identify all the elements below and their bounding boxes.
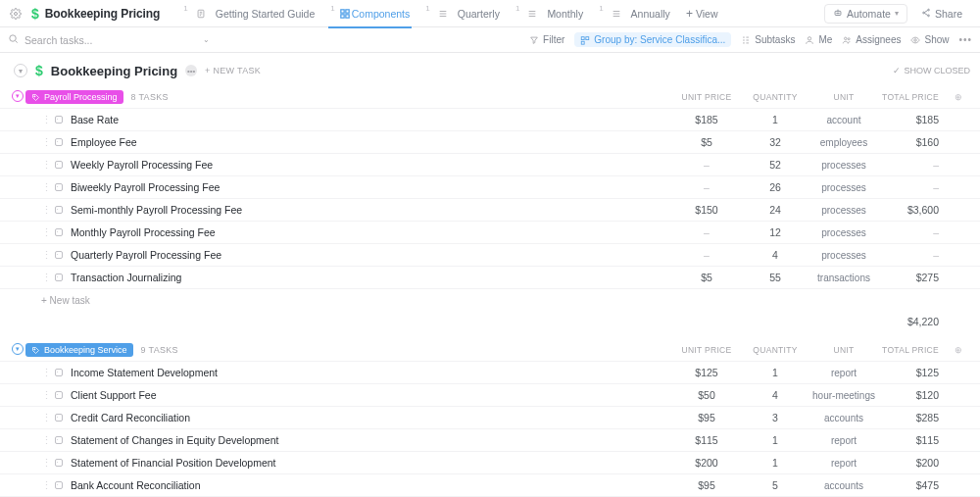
drag-handle-icon[interactable]: ⋮⋮ bbox=[41, 367, 49, 378]
cell-total-price[interactable]: $120 bbox=[878, 389, 947, 401]
cell-quantity[interactable]: 32 bbox=[741, 136, 809, 148]
task-name[interactable]: Client Support Fee bbox=[71, 389, 672, 401]
drag-handle-icon[interactable]: ⋮⋮ bbox=[41, 434, 49, 446]
col-unit-price[interactable]: UNIT PRICE bbox=[672, 92, 741, 102]
filter-button[interactable]: Filter bbox=[529, 34, 564, 45]
cell-quantity[interactable]: 26 bbox=[741, 181, 809, 193]
cell-unit[interactable]: processes bbox=[809, 182, 878, 193]
cell-quantity[interactable]: 5 bbox=[741, 479, 809, 491]
drag-handle-icon[interactable]: ⋮⋮ bbox=[41, 159, 49, 171]
status-checkbox[interactable] bbox=[55, 369, 63, 376]
status-checkbox[interactable] bbox=[55, 206, 63, 214]
subtasks-button[interactable]: Subtasks bbox=[741, 34, 795, 45]
cell-quantity[interactable]: 12 bbox=[741, 226, 809, 238]
group-by-button[interactable]: Group by: Service Classifica... bbox=[574, 32, 731, 47]
status-checkbox[interactable] bbox=[55, 273, 63, 281]
task-row[interactable]: ⋮⋮ Transaction Journalizing $5 55 transa… bbox=[0, 266, 980, 288]
task-row[interactable]: ⋮⋮ Monthly Payroll Processing Fee – 12 p… bbox=[0, 221, 980, 243]
status-checkbox[interactable] bbox=[55, 161, 63, 169]
task-name[interactable]: Credit Card Reconciliation bbox=[71, 412, 672, 423]
cell-quantity[interactable]: 1 bbox=[741, 114, 809, 125]
task-name[interactable]: Statement of Financial Position Developm… bbox=[71, 457, 672, 469]
cell-unit[interactable]: report bbox=[809, 435, 878, 446]
task-name[interactable]: Employee Fee bbox=[71, 136, 672, 148]
cell-unit[interactable]: accounts bbox=[809, 480, 878, 491]
cell-total-price[interactable]: – bbox=[878, 226, 947, 238]
cell-total-price[interactable]: $185 bbox=[878, 114, 947, 125]
cell-total-price[interactable]: – bbox=[878, 159, 947, 171]
status-checkbox[interactable] bbox=[55, 414, 63, 422]
status-checkbox[interactable] bbox=[55, 138, 63, 146]
assignees-button[interactable]: Assignees bbox=[842, 34, 901, 45]
task-name[interactable]: Semi-monthly Payroll Processing Fee bbox=[71, 204, 672, 216]
cell-unit[interactable]: accounts bbox=[809, 413, 878, 423]
task-row[interactable]: ⋮⋮ Quarterly Payroll Processing Fee – 4 … bbox=[0, 243, 980, 266]
group-status-pill[interactable]: Payroll Processing bbox=[25, 90, 123, 104]
task-row[interactable]: ⋮⋮ Statement of Financial Position Devel… bbox=[0, 451, 980, 473]
status-checkbox[interactable] bbox=[55, 116, 63, 124]
cell-unit[interactable]: report bbox=[809, 458, 878, 469]
task-row[interactable]: ⋮⋮ Statement of Changes in Equity Develo… bbox=[0, 428, 980, 451]
cell-unit-price[interactable]: $50 bbox=[672, 389, 741, 401]
add-view-button[interactable]: +View bbox=[678, 0, 726, 27]
col-total-price[interactable]: TOTAL PRICE bbox=[878, 345, 947, 355]
drag-handle-icon[interactable]: ⋮⋮ bbox=[41, 389, 49, 401]
show-button[interactable]: Show bbox=[910, 34, 949, 45]
drag-handle-icon[interactable]: ⋮⋮ bbox=[41, 457, 49, 469]
cell-total-price[interactable]: – bbox=[878, 249, 947, 261]
task-row[interactable]: ⋮⋮ Weekly Payroll Processing Fee – 52 pr… bbox=[0, 153, 980, 175]
cell-unit-price[interactable]: – bbox=[672, 249, 741, 261]
settings-button[interactable] bbox=[6, 4, 25, 24]
task-row[interactable]: ⋮⋮ Income Statement Development $125 1 r… bbox=[0, 361, 980, 383]
status-checkbox[interactable] bbox=[55, 183, 63, 191]
cell-quantity[interactable]: 4 bbox=[741, 249, 809, 261]
group-status-pill[interactable]: Bookkeeping Service bbox=[25, 343, 133, 357]
cell-quantity[interactable]: 1 bbox=[741, 434, 809, 446]
add-column-button[interactable]: ⊕ bbox=[947, 92, 970, 102]
task-row[interactable]: ⋮⋮ Semi-monthly Payroll Processing Fee $… bbox=[0, 198, 980, 221]
col-unit[interactable]: UNIT bbox=[809, 345, 878, 355]
tab-quarterly[interactable]: 1Quarterly bbox=[417, 0, 508, 27]
task-row[interactable]: ⋮⋮ Employee Fee $5 32 employees $160 bbox=[0, 130, 980, 153]
drag-handle-icon[interactable]: ⋮⋮ bbox=[41, 181, 49, 193]
task-row[interactable]: ⋮⋮ Biweekly Payroll Processing Fee – 26 … bbox=[0, 175, 980, 198]
cell-total-price[interactable]: $285 bbox=[878, 412, 947, 423]
cell-total-price[interactable]: $115 bbox=[878, 434, 947, 446]
col-quantity[interactable]: QUANTITY bbox=[741, 92, 809, 102]
cell-quantity[interactable]: 3 bbox=[741, 412, 809, 423]
tab-getting-started[interactable]: 1Getting Started Guide bbox=[175, 0, 322, 27]
col-unit[interactable]: UNIT bbox=[809, 92, 878, 102]
task-name[interactable]: Income Statement Development bbox=[71, 367, 672, 378]
cell-unit-price[interactable]: $125 bbox=[672, 367, 741, 378]
cell-unit[interactable]: processes bbox=[809, 227, 878, 238]
cell-total-price[interactable]: $275 bbox=[878, 272, 947, 283]
drag-handle-icon[interactable]: ⋮⋮ bbox=[41, 204, 49, 216]
add-column-button[interactable]: ⊕ bbox=[947, 345, 970, 355]
cell-quantity[interactable]: 24 bbox=[741, 204, 809, 216]
cell-unit[interactable]: transactions bbox=[809, 273, 878, 283]
automate-button[interactable]: Automate ▾ bbox=[824, 4, 907, 24]
cell-total-price[interactable]: $125 bbox=[878, 367, 947, 378]
cell-unit-price[interactable]: – bbox=[672, 226, 741, 238]
task-name[interactable]: Bank Account Reconciliation bbox=[71, 479, 672, 491]
drag-handle-icon[interactable]: ⋮⋮ bbox=[41, 249, 49, 261]
share-button[interactable]: Share bbox=[913, 5, 970, 23]
cell-unit-price[interactable]: $5 bbox=[672, 272, 741, 283]
cell-unit[interactable]: processes bbox=[809, 250, 878, 261]
cell-quantity[interactable]: 1 bbox=[741, 367, 809, 378]
cell-unit[interactable]: employees bbox=[809, 137, 878, 148]
drag-handle-icon[interactable]: ⋮⋮ bbox=[41, 412, 49, 423]
task-name[interactable]: Monthly Payroll Processing Fee bbox=[71, 226, 672, 238]
cell-unit-price[interactable]: $150 bbox=[672, 204, 741, 216]
drag-handle-icon[interactable]: ⋮⋮ bbox=[41, 136, 49, 148]
status-checkbox[interactable] bbox=[55, 436, 63, 444]
drag-handle-icon[interactable]: ⋮⋮ bbox=[41, 272, 49, 283]
cell-unit-price[interactable]: – bbox=[672, 159, 741, 171]
drag-handle-icon[interactable]: ⋮⋮ bbox=[41, 226, 49, 238]
status-checkbox[interactable] bbox=[55, 251, 63, 259]
tab-monthly[interactable]: 1Monthly bbox=[508, 0, 591, 27]
new-task-button[interactable]: + New task bbox=[0, 288, 980, 312]
drag-handle-icon[interactable]: ⋮⋮ bbox=[41, 479, 49, 491]
status-checkbox[interactable] bbox=[55, 459, 63, 467]
task-row[interactable]: ⋮⋮ Credit Card Reconciliation $95 3 acco… bbox=[0, 406, 980, 428]
